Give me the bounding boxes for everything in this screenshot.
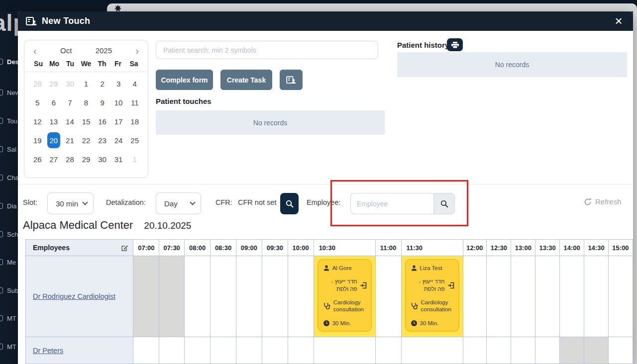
calendar-day[interactable]: 3 — [110, 74, 127, 93]
slot-cell[interactable] — [236, 337, 262, 364]
print-icon[interactable] — [447, 38, 463, 51]
refresh-button[interactable]: Refresh — [584, 197, 622, 206]
complex-form-button[interactable]: Complex form — [156, 70, 213, 90]
calendar-next-icon[interactable]: › — [135, 47, 139, 54]
sidebar-item-chats[interactable]: Cha — [0, 173, 18, 182]
calendar-day[interactable]: 18 — [126, 112, 143, 131]
slot-cell[interactable] — [133, 337, 159, 364]
calendar-day[interactable]: 28 — [29, 74, 46, 93]
calendar-day[interactable]: 1 — [126, 150, 143, 169]
employee-link[interactable]: Dr Rodriguez Cardiologist — [33, 292, 115, 300]
slot-cell[interactable] — [262, 256, 288, 337]
calendar-day[interactable]: 25 — [126, 131, 143, 150]
sidebar-item-new[interactable]: New — [0, 88, 18, 97]
slot-cell[interactable] — [584, 256, 609, 337]
calendar-day[interactable]: 29 — [46, 74, 62, 93]
slot-cell[interactable] — [185, 256, 211, 337]
slot-cell[interactable] — [375, 256, 401, 337]
sidebar-item-mt2[interactable]: MT — [0, 342, 18, 351]
calendar-day[interactable]: 19 — [29, 131, 46, 150]
calendar-day[interactable]: 4 — [126, 74, 143, 93]
appointment-card[interactable]: Al Gore חדר ייעוץ - פה ולסת — [318, 259, 372, 332]
patient-card-button[interactable] — [280, 70, 303, 90]
calendar-prev-icon[interactable]: ‹ — [33, 47, 37, 54]
slot-cell[interactable] — [288, 337, 314, 364]
appointment-card[interactable]: Liza Test חדר ייעוץ - פה ולסת — [405, 259, 459, 332]
calendar-day[interactable]: 27 — [46, 150, 62, 169]
calendar-day[interactable]: 30 — [62, 74, 78, 93]
page-scrollbar[interactable] — [633, 11, 637, 364]
calendar-day[interactable]: 17 — [110, 112, 127, 131]
calendar-day[interactable]: 12 — [29, 112, 46, 131]
slot-cell[interactable] — [511, 256, 535, 337]
calendar-day[interactable]: 26 — [29, 150, 46, 169]
calendar-day[interactable]: 6 — [46, 93, 62, 112]
calendar-day[interactable]: 14 — [62, 112, 78, 131]
slot-cell[interactable] — [535, 337, 560, 364]
slot-cell[interactable] — [375, 337, 401, 364]
calendar-day[interactable]: 23 — [94, 131, 110, 150]
calendar-day[interactable]: 11 — [126, 93, 143, 112]
detalization-select[interactable]: Day — [156, 192, 201, 214]
calendar-day[interactable]: 15 — [78, 112, 95, 131]
employee-search-button[interactable] — [433, 193, 455, 214]
calendar-year[interactable]: 2025 — [96, 46, 112, 55]
slot-cell[interactable] — [262, 337, 288, 364]
calendar-day[interactable]: 13 — [46, 112, 62, 131]
calendar-day[interactable]: 8 — [78, 93, 95, 112]
calendar-day[interactable]: 30 — [94, 150, 110, 169]
slot-cell[interactable] — [487, 256, 511, 337]
calendar-day[interactable]: 29 — [78, 150, 95, 169]
slot-cell[interactable] — [463, 337, 487, 364]
browser-tab[interactable] — [107, 3, 637, 11]
slot-cell[interactable] — [401, 337, 463, 364]
create-task-button[interactable]: Create Task — [220, 70, 272, 90]
sidebar-item-subscriptions[interactable]: Sub — [0, 286, 18, 295]
calendar-day[interactable]: 7 — [62, 93, 78, 112]
clock-icon — [323, 320, 329, 326]
slot-unavailable — [133, 256, 159, 337]
sidebar-item-sales[interactable]: Sal — [0, 145, 18, 154]
calendar-day[interactable]: 10 — [110, 93, 127, 112]
slot-cell[interactable] — [511, 337, 535, 364]
slot-cell[interactable] — [159, 337, 185, 364]
slot-cell[interactable] — [463, 256, 487, 337]
cfr-search-button[interactable] — [280, 193, 299, 214]
calendar-day[interactable]: 2 — [94, 74, 110, 93]
calendar-day[interactable]: 16 — [94, 112, 110, 131]
slot-cell[interactable] — [560, 256, 584, 337]
slot-cell[interactable] — [211, 256, 236, 337]
calendar-day[interactable]: 1 — [78, 74, 95, 93]
calendar-day[interactable]: 31 — [110, 150, 127, 169]
calendar-day-selected[interactable]: 20 — [47, 132, 61, 148]
slot-cell[interactable] — [185, 337, 211, 364]
employee-link[interactable]: Dr Peters — [33, 347, 63, 355]
close-icon[interactable]: × — [611, 13, 626, 28]
calendar-day[interactable]: 5 — [29, 93, 46, 112]
sidebar-item-desktop[interactable]: Des — [0, 57, 18, 66]
sidebar-item-touches[interactable]: Tou — [0, 116, 18, 125]
calendar-day[interactable]: 9 — [94, 93, 110, 112]
slot-cell[interactable] — [211, 337, 236, 364]
sidebar-item-schedule[interactable]: Sch — [0, 230, 18, 239]
edit-icon[interactable] — [121, 245, 128, 251]
calendar-day[interactable]: 22 — [78, 131, 95, 150]
calendar-day[interactable]: 21 — [62, 131, 78, 150]
slot-label: Slot: — [23, 198, 37, 206]
slot-select[interactable]: 30 min — [47, 192, 94, 214]
sidebar-item-medical[interactable]: Me — [0, 258, 18, 267]
slot-cell[interactable] — [314, 337, 375, 364]
slot-cell[interactable] — [608, 256, 633, 337]
slot-cell[interactable] — [608, 337, 633, 364]
sidebar-item-mt1[interactable]: MT — [0, 314, 18, 323]
sidebar-item-dialogs[interactable]: Dia — [0, 201, 18, 210]
slot-cell[interactable] — [288, 256, 314, 337]
employee-input[interactable] — [350, 193, 433, 214]
slot-cell[interactable] — [535, 256, 560, 337]
patient-search-input[interactable] — [156, 41, 378, 59]
slot-cell[interactable] — [236, 256, 262, 337]
calendar-day[interactable]: 24 — [110, 131, 127, 150]
slot-cell[interactable] — [487, 337, 511, 364]
calendar-day[interactable]: 28 — [62, 150, 78, 169]
calendar-month[interactable]: Oct — [60, 46, 72, 55]
